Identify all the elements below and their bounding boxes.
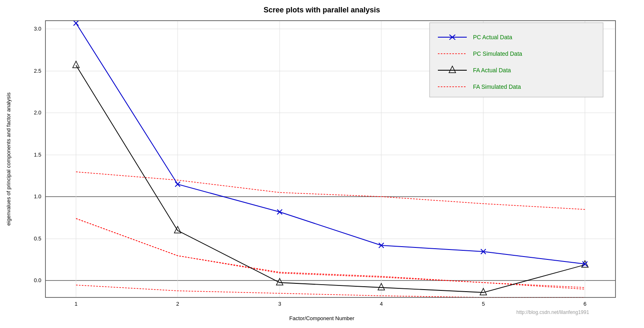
ytick-2.0: 2.0 bbox=[34, 109, 41, 116]
xtick-2: 2 bbox=[176, 301, 179, 307]
chart-title: Scree plots with parallel analysis bbox=[264, 6, 380, 14]
xtick-3: 3 bbox=[278, 301, 281, 307]
xtick-1: 1 bbox=[74, 301, 77, 307]
xtick-6: 6 bbox=[583, 301, 586, 307]
legend-pc-simulated-label: PC Simulated Data bbox=[473, 50, 522, 57]
ytick-1.5: 1.5 bbox=[34, 152, 41, 158]
legend-fa-simulated-label: FA Simulated Data bbox=[473, 83, 521, 90]
chart-container: Scree plots with parallel analysis bbox=[0, 0, 644, 328]
xtick-4: 4 bbox=[380, 301, 383, 307]
x-axis-label: Factor/Component Number bbox=[289, 315, 354, 321]
y-axis-label: eigenvalues of principal components and … bbox=[5, 92, 12, 226]
ytick-2.5: 2.5 bbox=[34, 68, 41, 74]
ytick-1.0: 1.0 bbox=[34, 193, 41, 200]
ytick-0.5: 0.5 bbox=[34, 235, 41, 242]
ytick-3.0: 3.0 bbox=[34, 26, 41, 32]
watermark: http://blog.csdn.net/lilanfeng1991 bbox=[516, 309, 589, 315]
legend-pc-actual-label: PC Actual Data bbox=[473, 34, 512, 40]
legend-fa-actual-label: FA Actual Data bbox=[473, 67, 511, 74]
ytick-0.0: 0.0 bbox=[34, 277, 41, 283]
xtick-5: 5 bbox=[482, 301, 485, 307]
